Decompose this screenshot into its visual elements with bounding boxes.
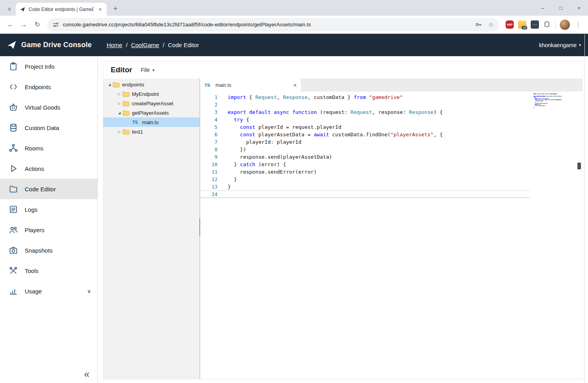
code-line-5[interactable]: 5 const playerId = request.playerId	[200, 123, 530, 131]
tree-item-label: MyEndpoint	[132, 91, 159, 97]
tree-item-main-ts[interactable]: TSmain.ts	[103, 117, 199, 127]
expand-arrow-icon[interactable]: ▷	[116, 102, 122, 105]
camera-icon	[9, 246, 18, 255]
minimize-window-button[interactable]: –	[534, 0, 552, 16]
code-line-10[interactable]: 10 } catch (error) {	[200, 161, 530, 168]
line-number: 9	[200, 153, 217, 161]
breadcrumb-home[interactable]: Home	[107, 42, 122, 48]
breadcrumb-coolgame[interactable]: CoolGame	[131, 42, 159, 48]
code-line-8[interactable]: 8 })	[200, 146, 530, 153]
code-text: export default async function (request: …	[217, 108, 443, 116]
tree-item-test1[interactable]: ▷test1	[103, 127, 199, 136]
code-line-11[interactable]: 11 response.sendError(error)	[200, 168, 530, 176]
forward-button[interactable]: →	[17, 18, 31, 31]
close-window-button[interactable]: ×	[570, 0, 588, 16]
code-line-12[interactable]: 12 }	[200, 176, 530, 183]
sidebar-item-code-editor[interactable]: Code Editor	[0, 179, 97, 199]
code-line-3[interactable]: 3export default async function (request:…	[200, 108, 530, 116]
sidebar-item-rooms[interactable]: Rooms	[0, 138, 97, 158]
refresh-button[interactable]: ↻	[31, 18, 44, 31]
clipboard-icon	[9, 62, 18, 71]
chevron-down-icon: ∨	[87, 288, 91, 294]
sidebar-item-endpoints[interactable]: Endpoints	[0, 77, 97, 97]
line-number: 4	[200, 116, 217, 123]
line-number: 3	[200, 108, 217, 116]
brand[interactable]: Game Drive Console	[6, 40, 92, 50]
sidebar-item-custom-data[interactable]: Custom Data	[0, 117, 97, 138]
editor-scrollbar[interactable]	[577, 92, 582, 379]
code-line-6[interactable]: 6 const playerAssetData = await customDa…	[200, 131, 530, 138]
players-icon	[9, 225, 18, 235]
new-tab-button[interactable]: +	[110, 3, 121, 14]
collapse-sidebar-icon[interactable]: «	[84, 369, 89, 379]
profile-avatar[interactable]	[560, 20, 570, 30]
expand-arrow-icon[interactable]: ▷	[116, 130, 122, 134]
user-menu[interactable]: khonkaengame ▾	[539, 42, 581, 48]
page-scrollbar[interactable]	[584, 34, 585, 383]
browser-tab[interactable]: Code Editor endpoints | GameD ×	[16, 3, 107, 16]
tab-search-button[interactable]: ∨	[4, 3, 15, 14]
sidebar-item-label: Snapshots	[25, 247, 53, 254]
password-manager-extension-icon[interactable]: ⋯	[531, 20, 539, 29]
code-area[interactable]: 1import { Request, Response, customData …	[200, 92, 582, 379]
code-line-13[interactable]: 13}	[200, 183, 530, 191]
adblock-extension-icon[interactable]: ABP	[506, 20, 514, 29]
address-bar[interactable]: console.gamedrive.cc/projects/68a045fbde…	[47, 18, 499, 31]
breadcrumb-code-editor: Code Editor	[168, 42, 199, 48]
tree-item-label: test1	[132, 129, 143, 135]
minimap[interactable]	[533, 93, 575, 110]
extensions-puzzle-icon[interactable]	[543, 21, 551, 28]
tree-item-endpoints[interactable]: ◢endpoints	[103, 80, 199, 89]
tree-item-label: createPlayerAsset	[132, 101, 173, 106]
line-number: 6	[200, 131, 217, 138]
site-info-icon[interactable]	[53, 22, 59, 28]
code-line-4[interactable]: 4 try {	[200, 116, 530, 123]
editor-scrollbar-thumb[interactable]	[577, 163, 581, 169]
tree-item-getplayerassets[interactable]: ◢getPlayerAssets	[103, 108, 199, 117]
expand-arrow-icon[interactable]: ▷	[116, 92, 122, 96]
code-line-1[interactable]: 1import { Request, Response, customData …	[200, 93, 530, 101]
file-menu-button[interactable]: File ▾	[141, 67, 155, 73]
bookmark-star-icon[interactable]: ☆	[488, 21, 494, 28]
caret-down-icon: ▾	[579, 43, 581, 47]
collapse-arrow-icon[interactable]: ◢	[106, 83, 113, 86]
url-text[interactable]: console.gamedrive.cc/projects/68a045fbde…	[63, 22, 471, 27]
password-key-icon[interactable]	[475, 21, 482, 28]
sidebar-item-label: Actions	[25, 165, 44, 172]
sidebar-item-usage[interactable]: Usage∨	[0, 281, 97, 301]
sidebar-item-virtual-goods[interactable]: Virtual Goods	[0, 97, 97, 117]
sidebar-item-players[interactable]: Players	[0, 220, 97, 240]
sidebar-item-actions[interactable]: Actions	[0, 158, 97, 179]
browser-menu-icon[interactable]: ⋮	[572, 18, 584, 31]
code-text	[217, 101, 228, 108]
close-editor-tab-icon[interactable]: ×	[293, 82, 297, 88]
editor-body: ◢endpoints▷MyEndpoint▷createPlayerAsset◢…	[103, 79, 582, 379]
sidebar-item-label: Code Editor	[25, 186, 56, 192]
code-text: import { Request, Response, customData }…	[217, 93, 403, 101]
code-text: try {	[217, 116, 249, 123]
code-line-14[interactable]: 14	[200, 191, 530, 198]
maximize-window-button[interactable]: □	[552, 0, 570, 16]
collapse-arrow-icon[interactable]: ◢	[116, 111, 122, 115]
code-line-7[interactable]: 7 playerId: playerId	[200, 138, 530, 146]
line-number: 10	[200, 161, 217, 168]
line-number: 12	[200, 176, 217, 183]
code-lines: 1import { Request, Response, customData …	[200, 93, 582, 198]
back-button[interactable]: ←	[4, 18, 17, 31]
code-line-9[interactable]: 9 response.send(playerAssetData)	[200, 153, 530, 161]
close-tab-icon[interactable]: ×	[97, 6, 103, 13]
sidebar-item-tools[interactable]: Tools	[0, 260, 97, 281]
user-name: khonkaengame	[539, 42, 577, 48]
tree-item-createplayerasset[interactable]: ▷createPlayerAsset	[103, 99, 199, 108]
off-extension-icon[interactable]: off	[518, 20, 526, 29]
tab-main-ts[interactable]: TS main.ts ×	[200, 79, 301, 92]
code-text	[217, 191, 228, 198]
sidebar-item-label: Tools	[25, 268, 38, 274]
sidebar-item-logs[interactable]: Logs	[0, 199, 97, 220]
code-line-2[interactable]: 2	[200, 101, 530, 108]
sidebar-item-snapshots[interactable]: Snapshots	[0, 240, 97, 260]
line-number: 2	[200, 101, 217, 108]
code-text: }	[217, 183, 231, 191]
sidebar-item-project-info[interactable]: Project Info	[0, 56, 97, 77]
tree-item-myendpoint[interactable]: ▷MyEndpoint	[103, 89, 199, 99]
